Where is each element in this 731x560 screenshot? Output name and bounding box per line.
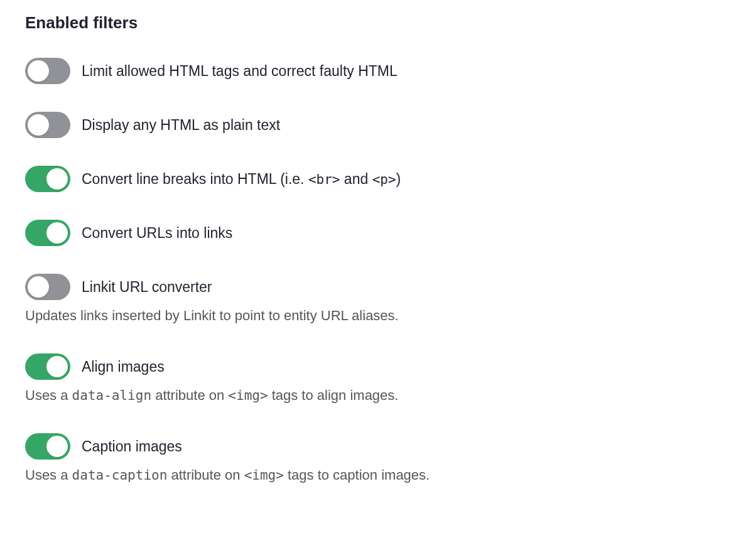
filter-row: Caption images bbox=[25, 433, 706, 460]
filter-label: Display any HTML as plain text bbox=[82, 115, 280, 135]
filter-row: Display any HTML as plain text bbox=[25, 112, 706, 138]
filter-description: Updates links inserted by Linkit to poin… bbox=[25, 306, 706, 326]
toggle-knob bbox=[28, 276, 49, 298]
filter-caption-images: Caption images Uses a data-caption attri… bbox=[25, 433, 706, 485]
filter-label: Linkit URL converter bbox=[82, 277, 212, 297]
filter-description: Uses a data-align attribute on <img> tag… bbox=[25, 386, 706, 406]
filter-row: Limit allowed HTML tags and correct faul… bbox=[25, 58, 706, 84]
filter-row: Align images bbox=[25, 353, 706, 380]
filter-convert-urls: Convert URLs into links bbox=[25, 220, 706, 246]
filter-label: Caption images bbox=[82, 436, 182, 456]
toggle-knob bbox=[46, 168, 68, 190]
toggle-display-plain[interactable] bbox=[25, 112, 70, 138]
filter-row: Convert line breaks into HTML (i.e. <br>… bbox=[25, 166, 706, 192]
filter-label: Convert URLs into links bbox=[82, 223, 232, 243]
section-title: Enabled filters bbox=[25, 11, 706, 34]
toggle-limit-html[interactable] bbox=[25, 58, 70, 84]
filter-row: Linkit URL converter bbox=[25, 274, 706, 300]
toggle-convert-linebreaks[interactable] bbox=[25, 166, 70, 192]
toggle-knob bbox=[28, 114, 49, 136]
toggle-knob bbox=[28, 60, 49, 82]
filter-row: Convert URLs into links bbox=[25, 220, 706, 246]
filter-linkit: Linkit URL converter Updates links inser… bbox=[25, 274, 706, 326]
toggle-knob bbox=[46, 222, 68, 244]
filter-align-images: Align images Uses a data-align attribute… bbox=[25, 353, 706, 406]
toggle-caption-images[interactable] bbox=[25, 433, 70, 460]
toggle-linkit[interactable] bbox=[25, 274, 70, 300]
filter-convert-linebreaks: Convert line breaks into HTML (i.e. <br>… bbox=[25, 166, 706, 192]
toggle-knob bbox=[46, 436, 68, 457]
filter-label: Align images bbox=[82, 357, 165, 377]
toggle-convert-urls[interactable] bbox=[25, 220, 70, 246]
filter-limit-html: Limit allowed HTML tags and correct faul… bbox=[25, 58, 706, 84]
toggle-knob bbox=[46, 356, 68, 377]
toggle-align-images[interactable] bbox=[25, 353, 70, 380]
filter-display-plain: Display any HTML as plain text bbox=[25, 112, 706, 138]
filter-description: Uses a data-caption attribute on <img> t… bbox=[25, 466, 706, 485]
filter-label: Limit allowed HTML tags and correct faul… bbox=[82, 61, 398, 81]
filters-list: Limit allowed HTML tags and correct faul… bbox=[25, 58, 706, 485]
filter-label: Convert line breaks into HTML (i.e. <br>… bbox=[82, 169, 401, 189]
